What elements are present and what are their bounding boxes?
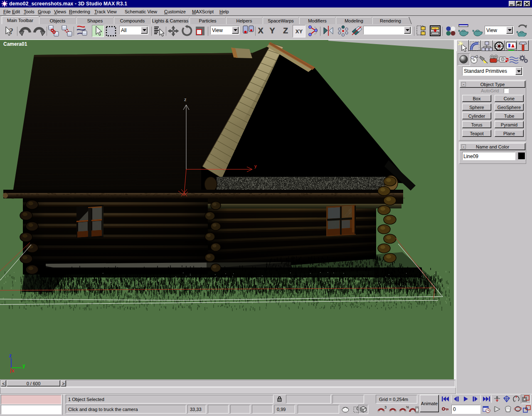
svg-text:z: z: [9, 353, 12, 359]
svg-text:3: 3: [384, 405, 387, 409]
svg-text:Z: Z: [283, 27, 288, 35]
svg-text:X: X: [258, 27, 264, 35]
svg-text:Y: Y: [270, 27, 275, 35]
svg-text:y: y: [254, 163, 257, 168]
svg-text:z: z: [184, 97, 187, 102]
svg-text:x: x: [12, 368, 15, 374]
svg-text:y: y: [22, 363, 25, 369]
svg-text:?: ?: [9, 27, 13, 36]
